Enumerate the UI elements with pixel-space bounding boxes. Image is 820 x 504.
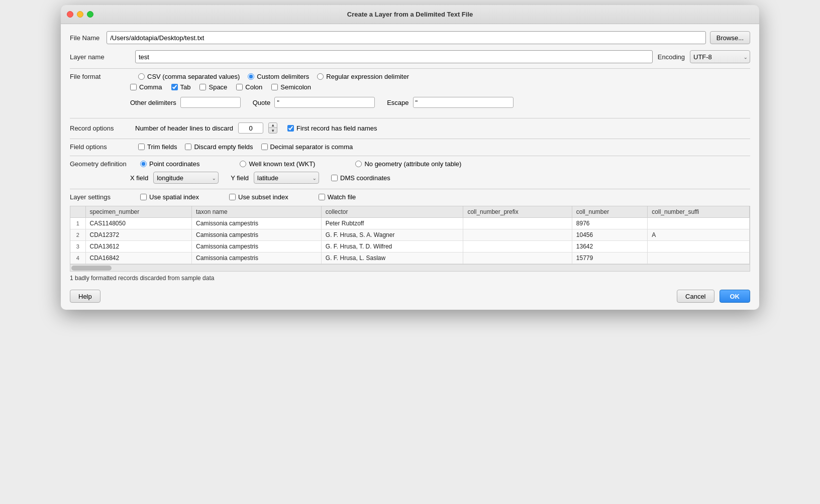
no-geom-label[interactable]: No geometry (attribute only table) bbox=[364, 160, 461, 168]
regex-radio[interactable] bbox=[317, 73, 324, 80]
decimal-checkbox[interactable] bbox=[261, 144, 268, 150]
colon-option: Colon bbox=[236, 83, 262, 91]
csv-label[interactable]: CSV (comma separated values) bbox=[147, 73, 240, 80]
row-2-coll-suffix: A bbox=[648, 229, 750, 241]
custom-radio[interactable] bbox=[248, 73, 254, 80]
comma-checkbox[interactable] bbox=[130, 84, 137, 90]
divider-3 bbox=[70, 139, 750, 139]
layer-name-input[interactable] bbox=[135, 50, 653, 63]
row-3-collector: G. F. Hrusa, T. D. Wilfred bbox=[321, 241, 463, 253]
table-header-row-num bbox=[70, 206, 85, 218]
geometry-row: Geometry definition Point coordinates We… bbox=[70, 160, 750, 168]
space-checkbox[interactable] bbox=[199, 84, 206, 90]
table-header-coll-suffix: coll_number_suffi bbox=[648, 206, 750, 218]
scrollbar-thumb[interactable] bbox=[71, 266, 112, 271]
trim-fields-label[interactable]: Trim fields bbox=[147, 143, 177, 151]
row-3-num: 3 bbox=[70, 241, 85, 253]
subset-index-label[interactable]: Use subset index bbox=[238, 193, 288, 201]
row-2-collector: G. F. Hrusa, S. A. Wagner bbox=[321, 229, 463, 241]
csv-radio[interactable] bbox=[138, 73, 145, 80]
decimal-label[interactable]: Decimal separator is comma bbox=[270, 143, 353, 151]
spatial-index-checkbox[interactable] bbox=[140, 194, 147, 200]
custom-label[interactable]: Custom delimiters bbox=[257, 73, 309, 80]
spinner-down-btn[interactable]: ▼ bbox=[269, 128, 277, 133]
row-2-num: 2 bbox=[70, 229, 85, 241]
spatial-index-option: Use spatial index bbox=[140, 193, 199, 201]
watch-file-option: Watch file bbox=[319, 193, 356, 201]
wkt-radio[interactable] bbox=[240, 161, 246, 167]
table-header-coll-prefix: coll_number_prefix bbox=[463, 206, 572, 218]
field-options-row: Field options Trim fields Discard empty … bbox=[70, 143, 750, 151]
dms-label[interactable]: DMS coordinates bbox=[340, 174, 390, 182]
table-header-coll-number: coll_number bbox=[572, 206, 648, 218]
delimiter-row: Comma Tab Space Colon Semicolon bbox=[130, 83, 750, 91]
table-scrollbar[interactable] bbox=[70, 264, 750, 271]
traffic-lights bbox=[67, 11, 93, 18]
x-field-select-wrapper: longitude bbox=[153, 172, 219, 184]
y-field-select[interactable]: latitude bbox=[254, 172, 319, 184]
trim-fields-option: Trim fields bbox=[138, 143, 177, 151]
table-row: 1 CAS1148050 Camissonia campestris Peter… bbox=[70, 218, 750, 229]
regex-label[interactable]: Regular expression delimiter bbox=[326, 73, 409, 80]
space-label[interactable]: Space bbox=[209, 83, 227, 91]
no-geom-radio[interactable] bbox=[355, 161, 362, 167]
spinner-up-btn[interactable]: ▲ bbox=[269, 123, 277, 128]
quote-input[interactable] bbox=[274, 97, 375, 108]
dms-checkbox[interactable] bbox=[331, 175, 338, 181]
semicolon-checkbox[interactable] bbox=[271, 84, 278, 90]
subset-index-checkbox[interactable] bbox=[229, 194, 236, 200]
geometry-label: Geometry definition bbox=[70, 160, 130, 168]
watch-file-checkbox[interactable] bbox=[319, 194, 325, 200]
divider-4 bbox=[70, 156, 750, 156]
file-name-input[interactable] bbox=[107, 31, 706, 44]
header-lines-spinner: ▲ ▼ bbox=[268, 122, 277, 134]
x-field-select[interactable]: longitude bbox=[153, 172, 219, 184]
point-coords-label[interactable]: Point coordinates bbox=[149, 160, 199, 168]
discard-empty-label[interactable]: Discard empty fields bbox=[194, 143, 253, 151]
other-delimiters-input[interactable] bbox=[180, 97, 241, 108]
table-header-taxon: taxon name bbox=[192, 206, 322, 218]
comma-label[interactable]: Comma bbox=[139, 83, 162, 91]
row-3-coll-suffix bbox=[648, 241, 750, 253]
cancel-button[interactable]: Cancel bbox=[677, 290, 714, 303]
wkt-label[interactable]: Well known text (WKT) bbox=[249, 160, 315, 168]
wkt-option: Well known text (WKT) bbox=[240, 160, 315, 168]
escape-input[interactable] bbox=[413, 97, 514, 108]
colon-checkbox[interactable] bbox=[236, 84, 243, 90]
tab-option: Tab bbox=[171, 83, 191, 91]
first-record-option: First record has field names bbox=[287, 124, 377, 132]
first-record-label[interactable]: First record has field names bbox=[296, 124, 377, 132]
maximize-button[interactable] bbox=[87, 11, 93, 18]
tab-checkbox[interactable] bbox=[171, 84, 178, 90]
discard-empty-option: Discard empty fields bbox=[185, 143, 253, 151]
row-4-coll-number: 15779 bbox=[572, 253, 648, 264]
file-name-row: File Name Browse... bbox=[70, 31, 750, 44]
semicolon-label[interactable]: Semicolon bbox=[280, 83, 311, 91]
row-1-specimen: CAS1148050 bbox=[85, 218, 192, 229]
encoding-select[interactable]: UTF-8 UTF-16 ISO-8859-1 bbox=[690, 50, 750, 63]
help-button[interactable]: Help bbox=[70, 290, 100, 303]
first-record-checkbox[interactable] bbox=[287, 125, 294, 132]
file-name-label: File Name bbox=[70, 34, 99, 42]
table-body: 1 CAS1148050 Camissonia campestris Peter… bbox=[70, 218, 750, 264]
discard-empty-checkbox[interactable] bbox=[185, 144, 191, 150]
minimize-button[interactable] bbox=[77, 11, 83, 18]
ok-button[interactable]: OK bbox=[720, 290, 751, 303]
spatial-index-label[interactable]: Use spatial index bbox=[149, 193, 199, 201]
row-4-coll-suffix bbox=[648, 253, 750, 264]
dialog-content: File Name Browse... Layer name Encoding … bbox=[61, 24, 759, 310]
encoding-select-wrapper: UTF-8 UTF-16 ISO-8859-1 bbox=[690, 50, 750, 63]
close-button[interactable] bbox=[67, 11, 73, 18]
no-geom-option: No geometry (attribute only table) bbox=[355, 160, 461, 168]
csv-option: CSV (comma separated values) bbox=[138, 73, 240, 80]
trim-fields-checkbox[interactable] bbox=[138, 144, 145, 150]
row-2-coll-prefix bbox=[463, 229, 572, 241]
row-4-coll-prefix bbox=[463, 253, 572, 264]
point-coords-radio[interactable] bbox=[140, 161, 147, 167]
tab-label[interactable]: Tab bbox=[180, 83, 191, 91]
browse-button[interactable]: Browse... bbox=[710, 31, 750, 44]
header-lines-input[interactable] bbox=[238, 122, 263, 134]
watch-file-label[interactable]: Watch file bbox=[328, 193, 356, 201]
data-table: specimen_number taxon name collector col… bbox=[70, 206, 750, 264]
colon-label[interactable]: Colon bbox=[245, 83, 262, 91]
